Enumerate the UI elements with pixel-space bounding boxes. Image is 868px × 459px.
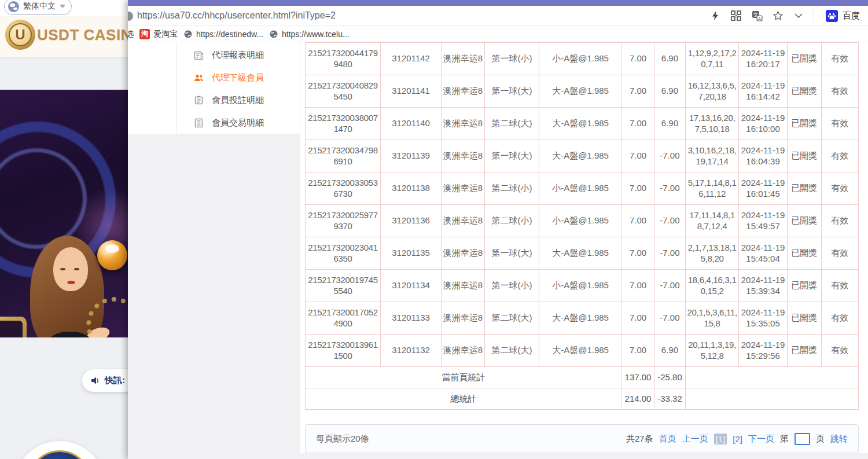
- summary-profit: -25.80: [654, 367, 686, 388]
- cell-draw-numbers: 2,1,7,13,18,15,8,20: [685, 237, 739, 270]
- app-topbar: 繁体中文: [0, 0, 128, 16]
- browser-window: https://usa70.cc/hhcp/usercenter.html?in…: [128, 0, 868, 459]
- lightning-extension-icon[interactable]: [709, 10, 721, 21]
- cell-draw-numbers: 16,12,13,6,5,7,20,18: [685, 75, 739, 108]
- cell-valid-status: 有效: [821, 270, 858, 302]
- cell-play: 第二球(小): [484, 172, 539, 205]
- cell-draw-status: 已開獎: [787, 270, 821, 302]
- baidu-paw-icon: [826, 10, 838, 22]
- page-size-label: 每頁顯示20條: [316, 434, 369, 445]
- people-icon: [194, 73, 204, 83]
- cell-profit: -7.00: [654, 140, 686, 172]
- brand-coin-logo: U: [5, 20, 35, 50]
- bet-table-body: 215217320044179948031201142澳洲幸运8第一球(小)小-…: [306, 43, 859, 367]
- browser-toolbar-icons: 文 A: [709, 10, 860, 22]
- cell-draw-status: 已開獎: [787, 172, 821, 205]
- cell-play: 第二球(大): [484, 108, 539, 140]
- brand-monogram: U: [9, 23, 32, 46]
- next-page-link[interactable]: 下一页: [748, 434, 774, 445]
- cell-order-no: 2152173200197455540: [306, 270, 381, 302]
- cell-order-no: 2152173200330536730: [306, 172, 381, 205]
- sidebar-item-member-transactions[interactable]: 會員交易明細: [177, 112, 300, 134]
- cell-game: 澳洲幸运8: [442, 75, 485, 108]
- jump-button[interactable]: 跳转: [830, 434, 848, 445]
- current-page-indicator[interactable]: [1]: [714, 434, 727, 445]
- sidebar-menu: 代理報表明細 代理下級會員 會員投註明細: [176, 42, 300, 134]
- cell-bet-content: 小-A盤@1.985: [539, 205, 621, 237]
- bookmark-taobao[interactable]: 淘 爱淘宝: [139, 29, 178, 39]
- cell-order-no: 2152173200441799480: [306, 43, 381, 75]
- page-2-link[interactable]: [2]: [733, 434, 742, 444]
- browser-titlebar[interactable]: [128, 0, 868, 6]
- cell-profit: -7.00: [654, 302, 686, 335]
- cell-draw-numbers: 3,10,16,2,18,19,17,14: [685, 140, 739, 172]
- cell-draw-status: 已開獎: [787, 335, 821, 367]
- cell-bet-id: 31201140: [381, 108, 442, 140]
- cell-time: 2024-11-19 15:35:05: [739, 302, 787, 335]
- sidebar-item-agent-members[interactable]: 代理下級會員: [177, 67, 300, 89]
- cell-time: 2024-11-19 16:20:17: [739, 43, 787, 75]
- brand-header: U USDT CASINO: [0, 16, 128, 58]
- cell-amount: 7.00: [621, 43, 654, 75]
- bookmark-label: https://destinedw...: [196, 30, 263, 39]
- cell-time: 2024-11-19 15:39:34: [739, 270, 787, 302]
- bookmark-site2[interactable]: https://www.tcelu...: [269, 30, 350, 39]
- cell-play: 第二球(大): [484, 302, 539, 335]
- prev-page-link[interactable]: 上一页: [682, 434, 708, 445]
- cell-game: 澳洲幸运8: [442, 302, 485, 335]
- cell-profit: 6.90: [654, 43, 686, 75]
- baidu-shortcut[interactable]: 百度: [826, 10, 860, 22]
- cell-profit: 6.90: [654, 108, 686, 140]
- cell-game: 澳洲幸运8: [442, 270, 485, 302]
- floating-logo[interactable]: [13, 441, 106, 459]
- cell-game: 澳洲幸运8: [442, 172, 485, 205]
- cell-draw-numbers: 5,17,1,14,8,16,11,12: [685, 172, 739, 205]
- total-count-label: 共27条: [626, 434, 653, 445]
- sidebar-item-label: 會員投註明細: [212, 95, 264, 106]
- cell-bet-id: 31201141: [381, 75, 442, 108]
- language-label: 繁体中文: [23, 1, 56, 12]
- cell-time: 2024-11-19 16:01:45: [739, 172, 787, 205]
- page-jump-input[interactable]: [795, 433, 810, 445]
- sidebar-item-agent-report[interactable]: 代理報表明細: [177, 44, 300, 67]
- cell-draw-numbers: 20,11,1,3,19,5,12,8: [685, 335, 739, 367]
- cell-bet-id: 31201139: [381, 140, 442, 172]
- cell-amount: 7.00: [621, 75, 654, 108]
- cell-bet-id: 31201142: [381, 43, 442, 75]
- table-row: 215217320040829545031201141澳洲幸运8第一球(大)大-…: [306, 75, 859, 108]
- cell-time: 2024-11-19 16:04:39: [739, 140, 787, 172]
- bet-records-table: 215217320044179948031201142澳洲幸运8第一球(小)小-…: [305, 42, 859, 410]
- globe-icon: [183, 30, 193, 39]
- sidebar-item-member-bets[interactable]: 會員投註明細: [177, 89, 300, 112]
- cell-valid-status: 有效: [821, 205, 858, 237]
- casino-app-background: 繁体中文 U USDT CASINO 7 7: [0, 0, 128, 459]
- pagination-controls: 共27条 首页 上一页 [1] [2] 下一页 第 页 跳转: [626, 433, 848, 445]
- cell-game: 澳洲幸运8: [442, 140, 485, 172]
- cell-draw-numbers: 1,12,9,2,17,20,7,11: [685, 43, 739, 75]
- summary-label: 當前頁統計: [306, 367, 622, 388]
- floating-logo-inner: [28, 450, 91, 459]
- summary-amount: 214.00: [621, 388, 654, 410]
- clipboard-icon: [194, 96, 204, 105]
- bookmark-site1[interactable]: https://destinedw...: [183, 30, 263, 39]
- cell-bet-content: 大-A盤@1.985: [539, 140, 621, 172]
- grid-extension-icon[interactable]: [730, 10, 742, 21]
- bookmark-star-icon[interactable]: [772, 10, 784, 21]
- bookmarks-bar: 选 淘 爱淘宝 https://destinedw... https://www…: [128, 25, 868, 42]
- toolbar-divider: [814, 10, 814, 21]
- svg-text:A: A: [757, 16, 761, 21]
- cell-game: 澳洲幸运8: [442, 237, 485, 270]
- translate-icon[interactable]: 文 A: [751, 10, 763, 21]
- url-text[interactable]: https://usa70.cc/hhcp/usercenter.html?in…: [137, 10, 704, 21]
- model-face-graphic: [53, 247, 88, 291]
- language-selector[interactable]: 繁体中文: [4, 0, 72, 15]
- address-bar[interactable]: https://usa70.cc/hhcp/usercenter.html?in…: [128, 6, 868, 25]
- first-page-link[interactable]: 首页: [659, 434, 676, 445]
- cell-order-no: 2152173200230416350: [306, 237, 381, 270]
- chevron-down-icon[interactable]: [793, 10, 804, 21]
- news-label: 快訊:: [105, 375, 125, 386]
- table-row: 215217320044179948031201142澳洲幸运8第一球(小)小-…: [306, 43, 859, 75]
- globe-icon: [269, 30, 278, 39]
- site-info-icon[interactable]: [128, 11, 133, 21]
- bookmark-partial[interactable]: 选: [128, 29, 134, 39]
